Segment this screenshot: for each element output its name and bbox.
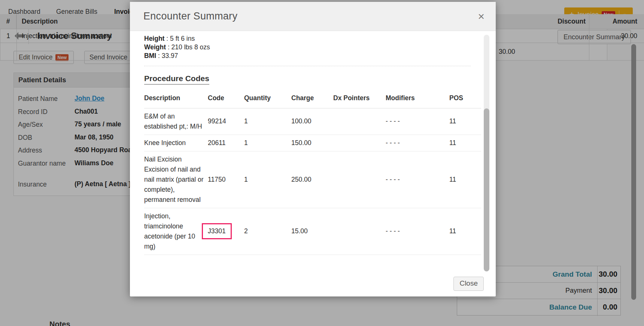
vital-weight: Weight : 210 lbs 8 ozs (144, 43, 482, 52)
vital-height: Height : 5 ft 6 ins (144, 34, 482, 43)
cell-pos: 11 (449, 208, 481, 255)
modal-scrollbar-thumb[interactable] (484, 108, 489, 271)
encounter-summary-modal: Encounter Summary × Height : 5 ft 6 ins … (130, 2, 496, 296)
cell-charge: 150.00 (291, 135, 333, 151)
table-row: E&M of an established pt,: M/H 99214 1 1… (144, 108, 481, 135)
cell-charge: 15.00 (291, 208, 333, 255)
cell-modifiers: - - - - (386, 151, 449, 208)
table-row: Nail Excision Excision of nail and nail … (144, 151, 481, 208)
vital-value: 5 ft 6 ins (170, 35, 195, 42)
close-icon[interactable]: × (476, 11, 487, 22)
cell-charge: 250.00 (291, 151, 333, 208)
vital-value: 33.97 (162, 52, 178, 59)
codes-header-row: Description Code Quantity Charge Dx Poin… (144, 90, 481, 108)
cell-pos: 11 (449, 151, 481, 208)
vital-label: Weight (144, 43, 166, 51)
cell-quantity: 1 (244, 135, 291, 151)
col-dx-pointers: Dx Pointers (333, 90, 386, 108)
cell-modifiers: - - - - (386, 208, 449, 255)
highlighted-code-box: J3301 (202, 223, 232, 239)
vital-label: Height (144, 35, 164, 42)
cell-charge: 100.00 (291, 108, 333, 135)
cell-quantity: 1 (244, 151, 291, 208)
cell-pos: 11 (449, 135, 481, 151)
vital-value: 210 lbs 8 ozs (171, 43, 210, 51)
cell-modifiers: - - - - (386, 135, 449, 151)
table-row: Injection, triamcinolone acetonide (per … (144, 208, 481, 255)
cell-dx (333, 108, 386, 135)
col-modifiers: Modifiers (386, 90, 449, 108)
col-quantity: Quantity (244, 90, 291, 108)
cell-quantity: 2 (244, 208, 291, 255)
table-row: Knee Injection 20611 1 150.00 - - - - 11 (144, 135, 481, 151)
cell-code: 11750 (208, 151, 244, 208)
modal-scrollbar-track[interactable] (484, 35, 489, 113)
modal-header: Encounter Summary × (130, 2, 496, 31)
cell-code-highlighted: J3301 (208, 208, 244, 255)
cell-modifiers: - - - - (386, 108, 449, 135)
col-description: Description (144, 90, 208, 108)
procedure-codes-table: Description Code Quantity Charge Dx Poin… (144, 90, 481, 255)
modal-body: Height : 5 ft 6 ins Weight : 210 lbs 8 o… (130, 31, 496, 296)
cell-dx (333, 135, 386, 151)
cell-dx (333, 208, 386, 255)
vital-label: BMI (144, 52, 156, 59)
cell-code: 99214 (208, 108, 244, 135)
modal-title: Encounter Summary (143, 10, 476, 22)
cell-quantity: 1 (244, 108, 291, 135)
vital-bmi: BMI : 33.97 (144, 52, 482, 60)
col-code: Code (208, 90, 244, 108)
cell-pos: 11 (449, 108, 481, 135)
cell-description: E&M of an established pt,: M/H (144, 108, 208, 135)
cell-description: Injection, triamcinolone acetonide (per … (144, 208, 208, 255)
procedure-codes-heading: Procedure Codes (144, 74, 209, 84)
cell-description: Nail Excision Excision of nail and nail … (144, 151, 208, 208)
cell-code: 20611 (208, 135, 244, 151)
col-charge: Charge (291, 90, 333, 108)
cell-description: Knee Injection (144, 135, 208, 151)
close-button[interactable]: Close (453, 277, 484, 291)
col-pos: POS (449, 90, 481, 108)
cell-dx (333, 151, 386, 208)
